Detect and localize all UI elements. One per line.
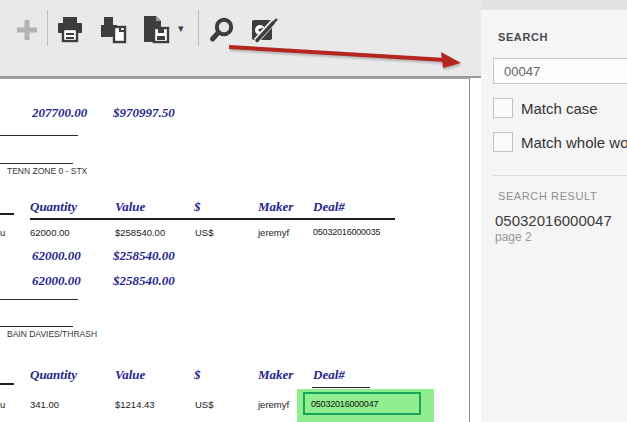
- subtotal-value: $258540.00: [113, 248, 175, 264]
- grand-total-quantity: 207700.00: [32, 105, 87, 121]
- header-underline: [30, 218, 395, 220]
- search-button[interactable]: [204, 12, 240, 48]
- highlighted-deal-number: 05032016000047: [311, 399, 378, 409]
- panel-divider: [493, 175, 627, 176]
- column-header-currency: $: [194, 199, 201, 215]
- toolbar-separator: [198, 10, 199, 46]
- panel-top-strip: [481, 0, 627, 10]
- row-value: $1214.43: [115, 399, 155, 410]
- printer-icon: [54, 14, 86, 46]
- search-panel-title: SEARCH: [498, 31, 548, 43]
- search-icon: [207, 15, 237, 45]
- row-clipped-text: u: [0, 227, 5, 238]
- add-icon: [14, 17, 40, 43]
- print-setup-icon: [98, 14, 130, 46]
- match-case-checkbox[interactable]: [493, 98, 513, 118]
- row-maker: jeremyf: [258, 399, 289, 410]
- search-input[interactable]: [493, 58, 627, 84]
- column-header-quantity: Quantity: [30, 199, 77, 215]
- viewer-toolbar: ▾: [0, 0, 481, 78]
- row-clipped-text: u: [0, 399, 5, 410]
- match-whole-words-label: Match whole words: [521, 134, 627, 151]
- search-results-title: SEARCH RESULT: [498, 190, 597, 202]
- subtotal-value: $258540.00: [113, 273, 175, 289]
- search-result-text: 05032016000047: [495, 212, 612, 229]
- report-rule: [0, 299, 78, 300]
- export-dropdown-caret[interactable]: ▾: [178, 22, 184, 35]
- subtotal-quantity: 62000.00: [32, 273, 81, 289]
- row-quantity: 62000.00: [30, 227, 70, 238]
- search-panel: SEARCH Match case Match whole words SEAR…: [481, 0, 627, 422]
- row-maker: jeremyf: [258, 227, 289, 238]
- report-rule: [0, 135, 78, 136]
- column-header-deal: Deal#: [313, 367, 345, 383]
- match-whole-words-option[interactable]: Match whole words: [493, 132, 627, 152]
- print-button[interactable]: [52, 12, 88, 48]
- edit-parameters-icon: [248, 14, 280, 46]
- search-result-item[interactable]: 05032016000047 page 2: [495, 212, 612, 244]
- search-result-page: page 2: [495, 230, 612, 244]
- deal-header-underline: [312, 387, 370, 388]
- report-page[interactable]: 207700.00 $970997.50 TENN ZONE 0 - STX Q…: [0, 78, 470, 422]
- column-header-currency: $: [194, 367, 201, 383]
- subtotal-quantity: 62000.00: [32, 248, 81, 264]
- report-viewer-app: { "toolbar": { "add_label": "add", "prin…: [0, 0, 627, 422]
- column-header-value: Value: [115, 199, 145, 215]
- column-header-value: Value: [115, 367, 145, 383]
- edit-parameters-button[interactable]: [246, 12, 282, 48]
- column-header-deal: Deal#: [313, 199, 345, 215]
- export-icon: [139, 14, 173, 46]
- column-header-maker: Maker: [258, 199, 293, 215]
- match-case-option[interactable]: Match case: [493, 98, 598, 118]
- group-label: BAIN DAVIES/THRASH: [7, 329, 97, 339]
- row-currency: US$: [195, 399, 213, 410]
- export-button[interactable]: [138, 12, 174, 48]
- row-deal-number: 05032016000035: [313, 227, 380, 237]
- header-underline-stub: [0, 383, 14, 385]
- add-button[interactable]: [9, 12, 45, 48]
- match-whole-words-checkbox[interactable]: [493, 132, 513, 152]
- row-quantity: 341.00: [30, 399, 59, 410]
- print-setup-button[interactable]: [96, 12, 132, 48]
- header-underline-stub: [0, 213, 14, 215]
- column-header-maker: Maker: [258, 367, 293, 383]
- toolbar-separator: [47, 10, 48, 46]
- deal-number-box: 05032016000047: [303, 392, 421, 415]
- row-value: $258540.00: [115, 227, 165, 238]
- report-rule: [0, 326, 73, 327]
- group-label: TENN ZONE 0 - STX: [7, 166, 87, 176]
- column-header-quantity: Quantity: [30, 367, 77, 383]
- match-case-label: Match case: [521, 100, 598, 117]
- row-currency: US$: [195, 227, 213, 238]
- grand-total-value: $970997.50: [113, 105, 175, 121]
- report-rule: [0, 163, 73, 164]
